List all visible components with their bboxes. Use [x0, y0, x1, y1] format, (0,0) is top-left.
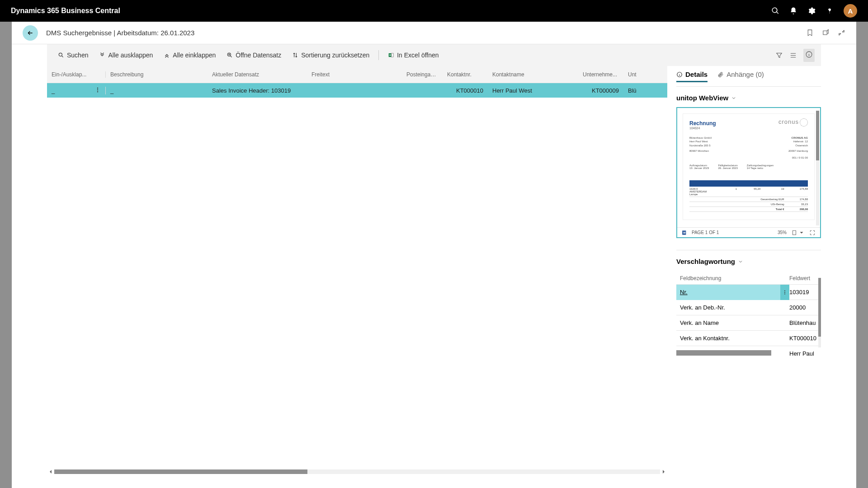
tag-row[interactable]: Nr. 103019	[676, 285, 821, 300]
grid-row[interactable]: _ _ Sales Invoice Header: 103019 KT00001…	[47, 83, 667, 98]
avatar[interactable]: A	[844, 4, 857, 18]
row-current-record: Sales Invoice Header: 103019	[208, 87, 307, 94]
back-button[interactable]	[23, 25, 38, 41]
tag-vertical-scrollbar[interactable]	[818, 278, 821, 347]
grid-header: Ein-/Ausklap... Beschreibung Aktueller D…	[47, 66, 667, 83]
zoom-level: 35%	[778, 230, 787, 235]
filter-icon[interactable]	[775, 52, 783, 59]
tag-row[interactable]: Verk. an Deb.-Nr. 20000	[676, 300, 821, 315]
tab-details[interactable]: Details	[676, 70, 708, 82]
tag-horizontal-scrollbar[interactable]	[676, 350, 771, 356]
horizontal-scrollbar[interactable]	[47, 468, 667, 475]
doc-subtitle: 104024	[689, 127, 808, 130]
page-info: PAGE 1 OF 1	[692, 230, 719, 235]
chevron-down-icon	[731, 95, 736, 101]
tag-row[interactable]: Verk. an Name Blütenhau	[676, 315, 821, 331]
scroll-left-icon[interactable]	[47, 468, 54, 475]
chevron-down-icon	[738, 259, 743, 264]
collapse-all-button[interactable]: Alle einklappen	[159, 49, 220, 61]
bookmark-icon[interactable]	[806, 29, 814, 37]
open-excel-button[interactable]: X In Excel öffnen	[383, 49, 443, 61]
tab-attachments[interactable]: Anhänge (0)	[717, 70, 764, 82]
svg-point-16	[784, 293, 785, 294]
page-layout-dropdown[interactable]	[791, 230, 805, 236]
row-kontaktname: Herr Paul West	[488, 87, 578, 94]
row-description: _	[106, 87, 208, 94]
row-kontaktnr: KT000010	[443, 87, 488, 94]
gear-icon[interactable]	[807, 7, 816, 15]
svg-point-14	[784, 290, 785, 291]
list-icon[interactable]	[789, 52, 797, 59]
info-icon[interactable]	[803, 49, 815, 62]
search-icon[interactable]	[771, 7, 779, 15]
row-expand-value: _	[52, 87, 55, 94]
scroll-right-icon[interactable]	[660, 468, 667, 475]
reset-sort-button[interactable]: Sortierung zurücksetzen	[288, 49, 374, 61]
open-new-window-icon[interactable]	[822, 29, 830, 37]
section-webview[interactable]: unitop WebView	[676, 94, 821, 102]
svg-text:X: X	[389, 54, 391, 56]
page-title: DMS Suchergebnisse | Arbeitsdatum: 26.01…	[46, 29, 194, 37]
tag-row[interactable]: Verk. an Kontaktnr. KT000010	[676, 331, 821, 346]
svg-point-7	[97, 87, 98, 88]
row-unt: Blü	[623, 87, 642, 94]
col-current-record[interactable]: Aktueller Datensatz	[208, 71, 307, 78]
bell-icon[interactable]	[789, 7, 797, 15]
col-kontaktname[interactable]: Kontaktname	[488, 71, 578, 78]
col-description[interactable]: Beschreibung	[106, 71, 208, 78]
col-expand[interactable]: Ein-/Ausklap...	[47, 71, 106, 78]
svg-rect-13	[793, 230, 796, 235]
help-icon[interactable]	[826, 7, 834, 15]
row-unternehme: KT000009	[578, 87, 623, 94]
search-button[interactable]: Suchen	[53, 49, 93, 61]
svg-point-1	[59, 53, 62, 56]
svg-text:W: W	[683, 231, 686, 234]
svg-point-9	[97, 91, 98, 92]
scroll-thumb[interactable]	[54, 469, 307, 474]
word-icon[interactable]: W	[682, 230, 688, 236]
svg-rect-5	[392, 53, 394, 57]
expand-all-button[interactable]: Alle ausklappen	[94, 49, 157, 61]
col-kontaktnr[interactable]: Kontaktnr.	[443, 71, 488, 78]
svg-point-15	[784, 292, 785, 293]
app-title: Dynamics 365 Business Central	[11, 7, 120, 15]
svg-point-8	[97, 89, 98, 90]
col-unt[interactable]: Unt	[623, 71, 642, 78]
collapse-icon[interactable]	[838, 29, 845, 37]
section-tags[interactable]: Verschlagwortung	[676, 258, 821, 265]
col-freitext[interactable]: Freitext	[307, 71, 402, 78]
open-record-button[interactable]: Öffne Datensatz	[222, 49, 286, 61]
document-preview[interactable]: Rechnung 104024 cronus Blütenhaus GmbH H…	[676, 107, 821, 238]
doc-scrollbar[interactable]	[816, 111, 819, 225]
more-icon[interactable]	[94, 87, 101, 94]
col-unternehme[interactable]: Unternehme...	[578, 71, 623, 78]
col-posteingang[interactable]: Posteingan...	[402, 71, 443, 78]
tag-col-field[interactable]: Feldbezeichnung	[676, 275, 789, 282]
fullscreen-icon[interactable]	[809, 230, 816, 236]
svg-point-0	[829, 13, 830, 14]
doc-logo: cronus	[778, 118, 808, 127]
tag-col-value[interactable]: Feldwert	[789, 275, 821, 282]
more-icon[interactable]	[780, 285, 789, 300]
separator	[378, 50, 379, 60]
